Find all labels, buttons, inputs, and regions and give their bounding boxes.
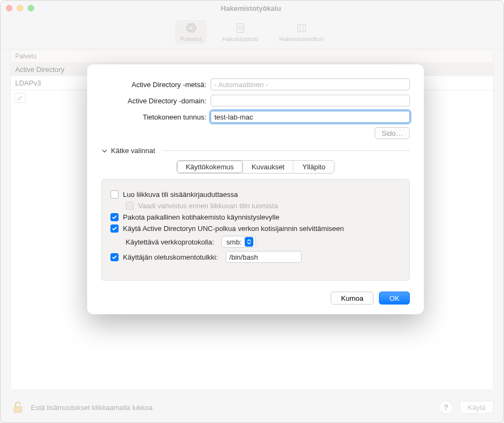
ok-button[interactable]: OK [379,292,410,305]
checkbox-force-local-home[interactable] [110,213,119,221]
label-force-local-home: Pakota paikallinen kotihakemisto käynnis… [123,213,279,221]
checkbox-use-unc[interactable] [110,224,119,233]
select-arrows-icon [245,237,253,247]
forest-field[interactable]: - Automaattinen - [211,78,410,90]
bind-button[interactable]: Sido… [375,127,410,139]
label-mobile-account: Luo liikkuva tili sisäänkirjauduttaessa [123,190,238,199]
label-default-shell: Käyttäjän oletuskomentotulkki: [123,253,218,261]
tab-admin[interactable]: Ylläpito [293,161,334,173]
domain-label: Active Directory -domain: [101,97,211,105]
cancel-button[interactable]: Kumoa [331,292,374,305]
tab-mappings[interactable]: Kuvaukset [243,161,293,173]
shell-field[interactable]: /bin/bash [226,251,302,263]
options-panel: Luo liikkuva tili sisäänkirjauduttaessa … [101,179,410,281]
checkbox-require-confirm [126,202,134,210]
checkbox-default-shell[interactable] [110,253,119,261]
label-protocol: Käytettävä verkkoprotokolla: [126,238,214,246]
label-use-unc: Käytä Active Directoryn UNC-polkua verko… [123,224,344,233]
forest-label: Active Directory -metsä: [101,81,211,89]
tab-ux[interactable]: Käyttökokemus [177,161,243,173]
checkbox-mobile-account[interactable] [110,190,119,199]
protocol-select[interactable]: smb: [221,236,256,248]
label-require-confirm: Vaadi vahvistus ennen liikkuvan tilin lu… [138,202,278,210]
computer-id-label: Tietokoneen tunnus: [101,113,211,121]
chevron-down-icon [101,148,108,154]
disclosure-label: Kätke valinnat [111,147,155,155]
options-tabs: Käyttökokemus Kuvaukset Ylläpito [101,160,410,174]
disclosure-toggle[interactable]: Kätke valinnat [101,147,410,155]
computer-id-field[interactable]: test-lab-mac [211,111,410,123]
app-window: Hakemistotyökalu Palvelut Hakukäytäntö H… [0,0,504,423]
ad-config-sheet: Active Directory -metsä: - Automaattinen… [87,64,424,314]
domain-field[interactable] [211,95,410,107]
